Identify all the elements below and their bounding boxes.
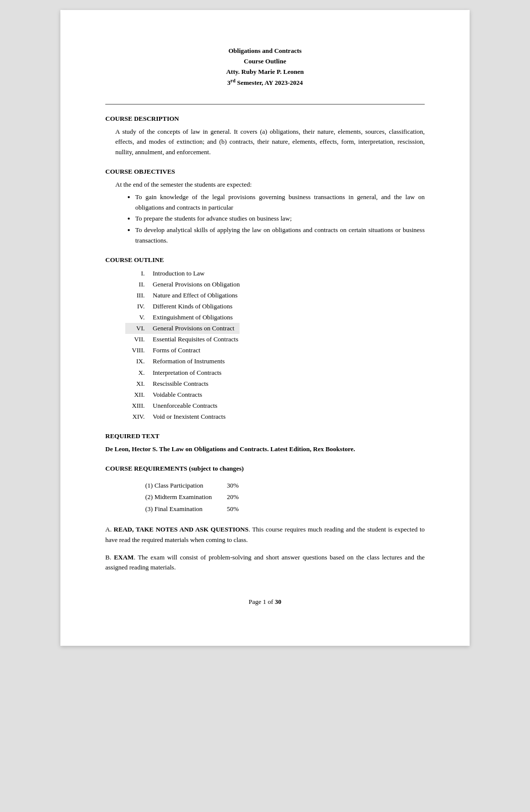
outline-num: XIV. — [125, 411, 153, 422]
outline-label: Interpretation of Contracts — [153, 367, 240, 378]
note-b: B. EXAM. The exam will consist of proble… — [105, 552, 425, 573]
outline-num: IV. — [125, 301, 153, 312]
course-objectives-title: COURSE OBJECTIVES — [105, 168, 425, 176]
outline-label: Forms of Contract — [153, 345, 240, 356]
header-divider — [105, 104, 425, 105]
objectives-intro: At the end of the semester the students … — [115, 180, 425, 190]
req-label: (2) Midterm Examination — [145, 491, 227, 503]
note-a-bold: READ, TAKE NOTES AND ASK QUESTIONS — [114, 526, 249, 533]
page-bold: 30 — [275, 598, 281, 605]
outline-label: Reformation of Instruments — [153, 356, 240, 367]
table-row: XI.Rescissible Contracts — [125, 378, 240, 389]
page-label: Page 1 of — [249, 598, 274, 605]
note-b-bold: EXAM — [114, 553, 134, 561]
outline-num: III. — [125, 290, 153, 301]
section-course-description: COURSE DESCRIPTION A study of the concep… — [105, 115, 425, 158]
table-row: I.Introduction to Law — [125, 268, 240, 279]
req-value: 20% — [227, 491, 254, 503]
header-subtitle: Course Outline — [105, 56, 425, 67]
outline-label: Different Kinds of Obligations — [153, 301, 240, 312]
page-footer: Page 1 of 30 — [105, 593, 425, 606]
outline-label: Nature and Effect of Obligations — [153, 290, 240, 301]
requirements-title: COURSE REQUIREMENTS (subject to changes) — [105, 465, 425, 473]
outline-label: Extinguishment of Obligations — [153, 312, 240, 323]
table-row: XII.Voidable Contracts — [125, 389, 240, 400]
course-description-title: COURSE DESCRIPTION — [105, 115, 425, 123]
section-course-requirements: COURSE REQUIREMENTS (subject to changes)… — [105, 465, 425, 515]
table-row: II.General Provisions on Obligation — [125, 279, 240, 290]
outline-num: I. — [125, 268, 153, 279]
course-description-body: A study of the concepts of law in genera… — [115, 127, 425, 158]
course-objectives-body: At the end of the semester the students … — [115, 180, 425, 246]
outline-num: XIII. — [125, 400, 153, 411]
outline-label: Void or Inexistent Contracts — [153, 411, 240, 422]
table-row: (1) Class Participation30% — [145, 480, 254, 491]
section-course-objectives: COURSE OBJECTIVES At the end of the seme… — [105, 168, 425, 246]
header-author: Atty. Ruby Marie P. Leonen — [105, 67, 425, 77]
header-semester: 3rd Semester, AY 2023-2024 — [105, 77, 425, 88]
table-row: IV.Different Kinds of Obligations — [125, 301, 240, 312]
table-row: X.Interpretation of Contracts — [125, 367, 240, 378]
document-page: Obligations and Contracts Course Outline… — [60, 10, 470, 646]
req-value: 50% — [227, 503, 254, 515]
table-row: VI.General Provisions on Contract — [125, 323, 240, 334]
note-b-prefix: B. — [105, 553, 114, 561]
list-item: To develop analytical skills of applying… — [135, 225, 425, 246]
table-row: XIV.Void or Inexistent Contracts — [125, 411, 240, 422]
outline-num: VI. — [125, 323, 153, 334]
required-text-title: REQUIRED TEXT — [105, 432, 425, 440]
req-label: (1) Class Participation — [145, 480, 227, 491]
note-a-prefix: A. — [105, 526, 114, 533]
note-b-rest: . The exam will consist of problem-solvi… — [105, 553, 425, 571]
table-row: (2) Midterm Examination20% — [145, 491, 254, 503]
outline-label: Rescissible Contracts — [153, 378, 240, 389]
outline-label: Introduction to Law — [153, 268, 240, 279]
outline-label: Unenforceable Contracts — [153, 400, 240, 411]
outline-label: Voidable Contracts — [153, 389, 240, 400]
table-row: IX.Reformation of Instruments — [125, 356, 240, 367]
outline-num: V. — [125, 312, 153, 323]
outline-num: II. — [125, 279, 153, 290]
section-course-outline: COURSE OUTLINE I.Introduction to LawII.G… — [105, 256, 425, 422]
header-title: Obligations and Contracts — [105, 46, 425, 56]
note-a: A. READ, TAKE NOTES AND ASK QUESTIONS. T… — [105, 525, 425, 545]
outline-label: General Provisions on Obligation — [153, 279, 240, 290]
table-row: VIII.Forms of Contract — [125, 345, 240, 356]
outline-table: I.Introduction to LawII.General Provisio… — [125, 268, 240, 422]
table-row: XIII.Unenforceable Contracts — [125, 400, 240, 411]
req-label: (3) Final Examination — [145, 503, 227, 515]
section-required-text: REQUIRED TEXT De Leon, Hector S. The Law… — [105, 432, 425, 455]
table-row: III.Nature and Effect of Obligations — [125, 290, 240, 301]
table-row: VII.Essential Requisites of Contracts — [125, 334, 240, 345]
requirements-table: (1) Class Participation30%(2) Midterm Ex… — [145, 480, 254, 515]
outline-num: XI. — [125, 378, 153, 389]
list-item: To gain knowledge of the legal provision… — [135, 192, 425, 213]
outline-num: XII. — [125, 389, 153, 400]
table-row: V.Extinguishment of Obligations — [125, 312, 240, 323]
required-text-body: De Leon, Hector S. The Law on Obligation… — [105, 444, 425, 455]
req-value: 30% — [227, 480, 254, 491]
course-outline-title: COURSE OUTLINE — [105, 256, 425, 264]
table-row: (3) Final Examination50% — [145, 503, 254, 515]
outline-num: X. — [125, 367, 153, 378]
outline-label: General Provisions on Contract — [153, 323, 240, 334]
outline-num: VII. — [125, 334, 153, 345]
outline-num: VIII. — [125, 345, 153, 356]
outline-num: IX. — [125, 356, 153, 367]
list-item: To prepare the students for advance stud… — [135, 214, 425, 224]
course-outline-body: I.Introduction to LawII.General Provisio… — [115, 268, 425, 422]
document-header: Obligations and Contracts Course Outline… — [105, 46, 425, 89]
section-notes: A. READ, TAKE NOTES AND ASK QUESTIONS. T… — [105, 525, 425, 573]
objectives-list: To gain knowledge of the legal provision… — [135, 192, 425, 246]
outline-label: Essential Requisites of Contracts — [153, 334, 240, 345]
